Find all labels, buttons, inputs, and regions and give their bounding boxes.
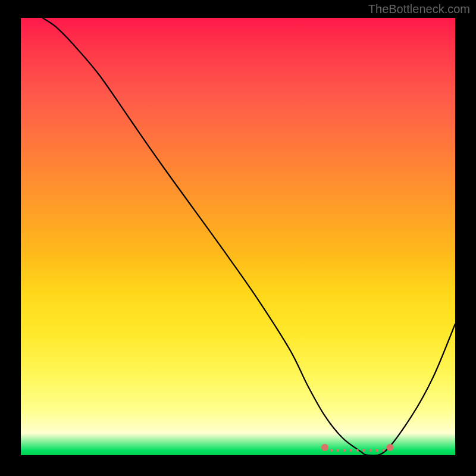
marker-dot [356,449,359,452]
marker-dot [350,449,352,452]
min-markers [321,444,394,452]
curve-path [43,18,456,455]
plot-area [21,18,455,455]
marker-dot [363,449,365,452]
marker-dot [321,444,328,451]
marker-dot [387,444,394,451]
marker-dot [337,449,339,452]
marker-dot [382,449,384,452]
bottleneck-curve-svg [21,18,455,455]
marker-dot [343,449,346,452]
marker-dot [375,449,378,452]
watermark-text: TheBottleneck.com [368,2,470,16]
marker-dot [369,449,371,452]
marker-dot [330,449,333,452]
